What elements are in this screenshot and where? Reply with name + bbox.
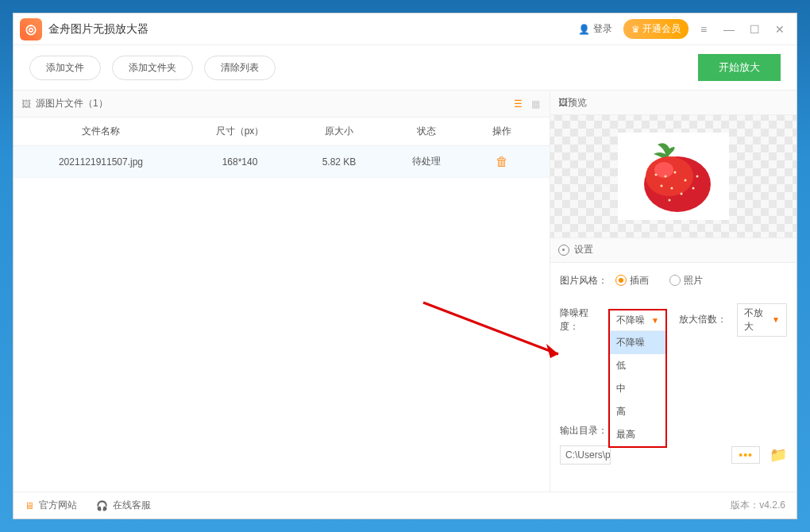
close-button[interactable]: ✕	[770, 19, 790, 40]
table-row[interactable]: 2021121911507.jpg 168*140 5.82 KB 待处理 🗑	[14, 146, 550, 178]
noise-label: 降噪程度：	[560, 306, 607, 333]
source-files-label: 源图片文件（1）	[36, 97, 108, 110]
noise-option-high[interactable]: 高	[610, 400, 665, 423]
col-orig: 原大小	[291, 125, 387, 138]
app-title: 金舟图片无损放大器	[48, 22, 572, 37]
svg-point-7	[681, 192, 683, 195]
crown-icon: ♛	[631, 24, 640, 35]
output-path-row: C:\Users\pc ••• 📁	[560, 445, 787, 465]
footer: 🖥 官方网站 🎧 在线客服 版本：v4.2.6	[14, 492, 796, 519]
app-logo-icon: ◎	[20, 18, 42, 40]
official-site-link[interactable]: 🖥 官方网站	[25, 499, 77, 512]
gear-icon	[558, 245, 569, 256]
noise-current-value: 不降噪	[616, 314, 645, 327]
add-folder-button[interactable]: 添加文件夹	[112, 56, 193, 80]
noise-option-max[interactable]: 最高	[610, 423, 665, 446]
settings-label: 设置	[574, 243, 593, 256]
noise-select-current[interactable]: 不降噪 ▼	[610, 310, 665, 331]
vip-button[interactable]: ♛ 开通会员	[623, 19, 688, 39]
noise-option-low[interactable]: 低	[610, 354, 665, 377]
zoom-select[interactable]: 不放大 ▼	[737, 303, 787, 337]
right-pane: 🖼 预览	[550, 91, 796, 492]
radio-label-illustration: 插画	[630, 274, 649, 287]
toolbar: 添加文件 添加文件夹 清除列表 开始放大	[14, 45, 796, 90]
titlebar: ◎ 金舟图片无损放大器 👤 登录 ♛ 开通会员 ≡ — ☐ ✕	[14, 13, 796, 45]
col-name: 文件名称	[14, 125, 188, 138]
radio-illustration[interactable]: 插画	[615, 274, 649, 287]
col-status: 状态	[387, 125, 466, 138]
radio-label-photo: 照片	[684, 274, 703, 287]
svg-point-12	[669, 199, 671, 201]
headset-icon: 🎧	[96, 500, 108, 511]
noise-option-none[interactable]: 不降噪	[610, 331, 665, 354]
image-icon: 🖼	[21, 98, 31, 110]
output-path: C:\Users\pc	[560, 445, 611, 465]
radio-dot-icon	[669, 275, 681, 286]
preview-area	[550, 115, 796, 238]
customer-service-link[interactable]: 🎧 在线客服	[96, 499, 151, 512]
minimize-button[interactable]: —	[719, 19, 739, 40]
preview-icon: 🖼	[558, 97, 568, 108]
style-label: 图片风格：	[560, 274, 608, 287]
col-size: 尺寸（px）	[188, 125, 291, 138]
svg-point-8	[661, 184, 663, 187]
svg-point-3	[665, 175, 667, 177]
view-mode-toggle: ☰ ▦	[511, 98, 542, 110]
vip-label: 开通会员	[642, 22, 681, 36]
noise-option-mid[interactable]: 中	[610, 377, 665, 400]
left-pane: 🖼 源图片文件（1） ☰ ▦ 文件名称 尺寸（px） 原大小 状态 操作 202…	[14, 91, 550, 492]
svg-point-2	[654, 162, 673, 178]
more-button[interactable]: •••	[731, 446, 760, 464]
output-row: 输出目录：	[560, 424, 787, 438]
radio-photo[interactable]: 照片	[669, 274, 703, 287]
chevron-down-icon: ▼	[651, 316, 659, 325]
open-folder-icon[interactable]: 📁	[770, 446, 787, 464]
start-enlarge-button[interactable]: 开始放大	[698, 54, 781, 81]
zoom-label: 放大倍数：	[679, 313, 729, 326]
chevron-down-icon: ▼	[772, 315, 780, 324]
cell-op: 🗑	[466, 155, 538, 169]
content-area: 🖼 源图片文件（1） ☰ ▦ 文件名称 尺寸（px） 原大小 状态 操作 202…	[14, 90, 796, 492]
style-row: 图片风格： 插画 照片	[560, 274, 787, 287]
noise-dropdown[interactable]: 不降噪 ▼ 不降噪 低 中 高 最高	[608, 309, 667, 448]
menu-button[interactable]: ≡	[693, 19, 714, 40]
user-icon: 👤	[578, 24, 590, 35]
monitor-icon: 🖥	[25, 500, 34, 511]
svg-point-5	[685, 179, 687, 181]
preview-image	[618, 133, 729, 220]
add-file-button[interactable]: 添加文件	[29, 56, 101, 80]
zoom-value: 不放大	[744, 306, 772, 333]
clear-list-button[interactable]: 清除列表	[204, 56, 276, 80]
delete-icon[interactable]: 🗑	[496, 155, 508, 168]
maximize-button[interactable]: ☐	[744, 19, 765, 40]
svg-point-4	[674, 171, 677, 173]
preview-header: 🖼 预览	[550, 91, 796, 115]
cell-filename: 2021121911507.jpg	[14, 156, 188, 168]
customer-service-label: 在线客服	[113, 499, 151, 512]
official-site-label: 官方网站	[39, 499, 77, 512]
settings-header: 设置	[550, 238, 796, 263]
cell-orig: 5.82 KB	[291, 156, 387, 168]
version-label: 版本：v4.2.6	[731, 499, 785, 512]
settings-body: 图片风格： 插画 照片 降噪程度： 放大倍数： 不放大	[550, 263, 796, 492]
source-files-header: 🖼 源图片文件（1） ☰ ▦	[14, 91, 550, 118]
table-header: 文件名称 尺寸（px） 原大小 状态 操作	[14, 118, 550, 146]
preview-label: 预览	[568, 96, 587, 110]
list-view-icon[interactable]: ☰	[511, 98, 524, 110]
output-label: 输出目录：	[560, 424, 608, 438]
noise-row: 降噪程度： 放大倍数： 不放大 ▼	[560, 303, 787, 337]
login-button[interactable]: 👤 登录	[572, 19, 619, 39]
cell-status: 待处理	[387, 155, 466, 168]
svg-point-6	[671, 187, 673, 189]
login-label: 登录	[593, 22, 612, 36]
svg-point-9	[692, 187, 695, 189]
app-window: ◎ 金舟图片无损放大器 👤 登录 ♛ 开通会员 ≡ — ☐ ✕ 添加文件 添加文…	[13, 13, 797, 519]
grid-view-icon[interactable]: ▦	[529, 98, 542, 110]
radio-dot-icon	[615, 275, 627, 286]
svg-point-10	[655, 173, 658, 175]
svg-point-11	[696, 175, 699, 177]
titlebar-right: 👤 登录 ♛ 开通会员 ≡ — ☐ ✕	[572, 19, 790, 40]
cell-size: 168*140	[188, 156, 291, 168]
col-op: 操作	[466, 125, 538, 138]
